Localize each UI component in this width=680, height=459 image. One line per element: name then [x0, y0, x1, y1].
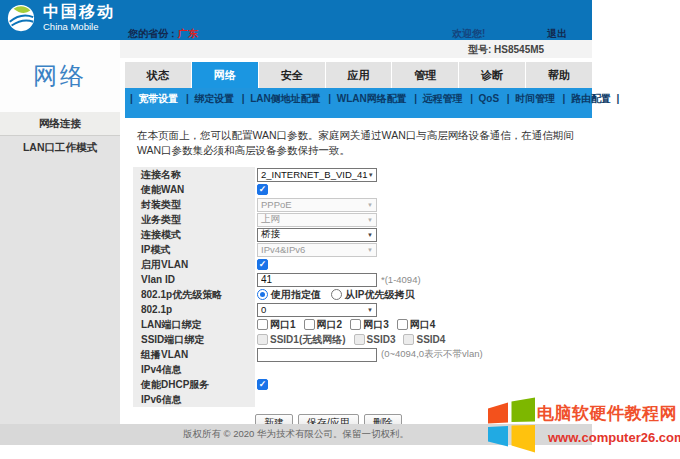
logo-text: 中国移动 China Mobile — [43, 3, 115, 32]
lan-port1-checkbox[interactable] — [257, 319, 268, 330]
multicast-vlan-input[interactable] — [257, 348, 377, 362]
chevron-down-icon: ▼ — [367, 232, 373, 238]
sidebar-item-label: LAN口工作模式 — [23, 141, 97, 155]
multicast-vlan-range-note: (0~4094,0表示不带vlan) — [381, 348, 483, 361]
tab-management[interactable]: 管理 — [392, 62, 458, 88]
tab-security[interactable]: 安全 — [259, 62, 325, 88]
logo-en: China Mobile — [43, 21, 115, 32]
form-row-multicast-vlan: 组播VLAN (0~4094,0表示不带vlan) — [133, 347, 592, 362]
page-description: 在本页面上，您可以配置WAN口参数。家庭网关通过WAN口与高层网络设备通信，在通… — [137, 128, 584, 158]
selected-value: 上网 — [261, 213, 280, 226]
sidebar: 网络 网络连接 LAN口工作模式 — [0, 40, 120, 424]
wan-config-form: 连接名称 2_INTERNET_B_VID_41 ▼ 使能WAN 封装类型 PP… — [133, 167, 592, 407]
field-label: 使能DHCP服务 — [133, 377, 255, 392]
field-label: 使能WAN — [133, 182, 255, 197]
chevron-down-icon: ▼ — [368, 172, 374, 178]
tab-application[interactable]: 应用 — [326, 62, 392, 88]
use-specified-value-radio[interactable] — [257, 289, 268, 300]
model-strip: 型号: HS8545M5 — [120, 40, 592, 58]
form-row-ipv4-info: IPv4信息 — [133, 362, 592, 377]
field-label: SSID端口绑定 — [133, 332, 255, 347]
welcome-text: 欢迎您! — [452, 27, 485, 41]
province-label: 您的省份： — [128, 28, 178, 39]
sidebar-item-label: 网络连接 — [39, 117, 81, 131]
checkbox-label: SSID1(无线网络) — [270, 333, 346, 347]
selected-value: IPv4&IPv6 — [261, 244, 305, 255]
enable-vlan-checkbox[interactable] — [257, 259, 268, 270]
section-label: IPv4信息 — [133, 362, 255, 377]
sidebar-item-network-connection[interactable]: 网络连接 — [0, 112, 120, 136]
watermark-site-name: 电脑软硬件教程网 — [537, 402, 677, 425]
ssid3-checkbox — [354, 334, 365, 345]
form-row-ip-mode: IP模式 IPv4&IPv6 ▼ — [133, 242, 592, 257]
form-row-enable-dhcp: 使能DHCP服务 — [133, 377, 592, 392]
lan-port3-checkbox[interactable] — [350, 319, 361, 330]
form-row-priority-policy: 802.1p优先级策略 使用指定值 从IP优先级拷贝 — [133, 287, 592, 302]
form-row-enable-vlan: 启用VLAN — [133, 257, 592, 272]
enable-dhcp-checkbox[interactable] — [257, 379, 268, 390]
encapsulation-select: PPPoE ▼ — [257, 198, 377, 212]
checkbox-label: 网口2 — [317, 318, 343, 332]
form-row-connection-mode: 连接模式 桥接 ▼ — [133, 227, 592, 242]
subnav-binding-settings[interactable]: 绑定设置 — [185, 93, 241, 104]
subnav-remote-management[interactable]: 远程管理 — [413, 93, 469, 104]
china-mobile-logo: 中国移动 China Mobile — [6, 3, 115, 33]
watermark-windows-flag-icon — [486, 396, 536, 454]
tab-network[interactable]: 网络 — [192, 62, 258, 88]
selected-value: 2_INTERNET_B_VID_41 — [261, 169, 368, 180]
subnav-wlan-config[interactable]: WLAN网络配置 — [327, 93, 413, 104]
logo-cn: 中国移动 — [43, 3, 115, 21]
sidebar-filler — [0, 160, 120, 424]
radio-label: 从IP优先级拷贝 — [345, 288, 414, 302]
tab-diagnosis[interactable]: 诊断 — [459, 62, 525, 88]
subnav-route-config[interactable]: 路由配置 — [562, 93, 621, 104]
model-number: 型号: HS8545M5 — [468, 43, 544, 57]
ssid4-checkbox — [403, 334, 414, 345]
tab-status[interactable]: 状态 — [125, 62, 191, 88]
selected-value: 0 — [261, 304, 266, 315]
tab-help[interactable]: 帮助 — [526, 62, 592, 88]
ssid1-checkbox — [257, 334, 268, 345]
subnav-lan-address-config[interactable]: LAN侧地址配置 — [241, 93, 327, 104]
connection-mode-select[interactable]: 桥接 ▼ — [257, 228, 377, 242]
form-row-enable-wan: 使能WAN — [133, 182, 592, 197]
chevron-down-icon: ▼ — [367, 202, 373, 208]
field-label: 启用VLAN — [133, 257, 255, 272]
vlan-id-input[interactable] — [257, 273, 377, 287]
main-tab-bar: 状态 网络 安全 应用 管理 诊断 帮助 — [125, 62, 592, 88]
field-label: 封装类型 — [133, 197, 255, 212]
checkbox-label: 网口1 — [270, 318, 296, 332]
8021p-select[interactable]: 0 ▼ — [257, 303, 377, 317]
top-header: 中国移动 China Mobile 您的省份：广东 欢迎您! 退出 — [0, 0, 592, 40]
section-label: IPv6信息 — [133, 392, 255, 407]
lan-port4-checkbox[interactable] — [397, 319, 408, 330]
chevron-down-icon: ▼ — [367, 307, 373, 313]
province-value: 广东 — [178, 28, 198, 39]
router-admin-page: 中国移动 China Mobile 您的省份：广东 欢迎您! 退出 型号: HS… — [0, 0, 680, 459]
form-row-8021p: 802.1p 0 ▼ — [133, 302, 592, 317]
enable-wan-checkbox[interactable] — [257, 184, 268, 195]
lan-port2-checkbox[interactable] — [304, 319, 315, 330]
form-row-encapsulation: 封装类型 PPPoE ▼ — [133, 197, 592, 212]
logout-button[interactable]: 退出 — [547, 27, 567, 41]
subnav-qos[interactable]: QoS — [469, 93, 505, 104]
checkbox-label: SSID3 — [367, 334, 396, 345]
copy-from-ip-priority-radio[interactable] — [331, 289, 342, 300]
subnav-time-management[interactable]: 时间管理 — [506, 93, 562, 104]
field-label: IP模式 — [133, 242, 255, 257]
selected-value: 桥接 — [261, 228, 280, 241]
chevron-down-icon: ▼ — [367, 217, 373, 223]
connection-name-select[interactable]: 2_INTERNET_B_VID_41 ▼ — [257, 168, 377, 182]
sub-nav-bar: 宽带设置绑定设置LAN侧地址配置WLAN网络配置远程管理QoS时间管理路由配置 — [125, 88, 592, 118]
form-row-service-type: 业务类型 上网 ▼ — [133, 212, 592, 227]
watermark-site-url: www.computer26.com — [548, 430, 680, 445]
form-row-vlan-id: Vlan ID *(1-4094) — [133, 272, 592, 287]
sidebar-item-lan-work-mode[interactable]: LAN口工作模式 — [0, 136, 120, 160]
subnav-broadband-settings[interactable]: 宽带设置 — [129, 93, 185, 104]
service-type-select: 上网 ▼ — [257, 213, 377, 227]
province-indicator: 您的省份：广东 — [128, 27, 198, 41]
radio-label: 使用指定值 — [271, 288, 321, 302]
sidebar-title: 网络 — [0, 40, 120, 112]
content-panel: 在本页面上，您可以配置WAN口参数。家庭网关通过WAN口与高层网络设备通信，在通… — [125, 118, 592, 424]
field-label: 组播VLAN — [133, 347, 255, 362]
